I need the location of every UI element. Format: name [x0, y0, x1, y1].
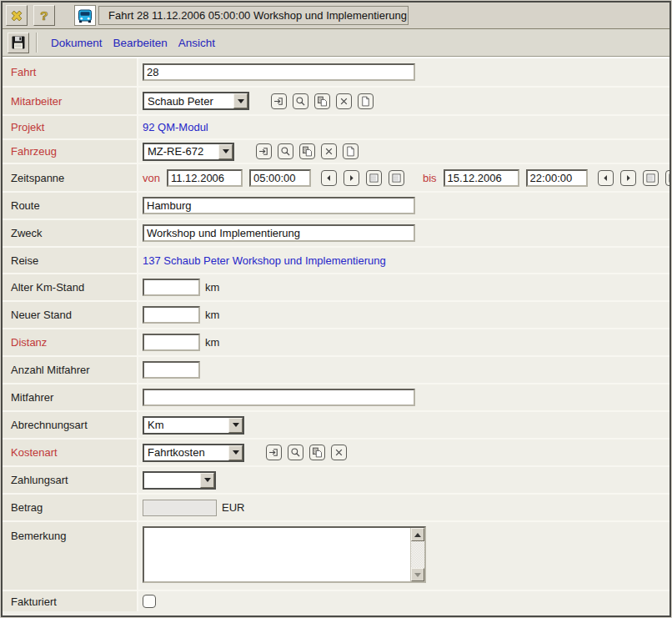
- close-button[interactable]: [6, 5, 28, 26]
- fahrt-input[interactable]: [143, 63, 415, 81]
- von-date-input[interactable]: [167, 169, 243, 187]
- form-row-route: Route: [3, 193, 669, 220]
- distanz-unit: km: [205, 336, 219, 349]
- vehicle-button[interactable]: [74, 5, 96, 26]
- von-calendar-date-button[interactable]: [366, 170, 382, 186]
- menu-bar: Dokument Bearbeiten Ansicht: [3, 29, 669, 57]
- bemerkung-scrollbar[interactable]: [410, 528, 424, 581]
- fahrzeug-search-button[interactable]: [278, 143, 293, 159]
- bemerkung-textarea[interactable]: [144, 528, 410, 581]
- bis-date-input[interactable]: [444, 169, 519, 187]
- bis-label: bis: [423, 172, 437, 184]
- bis-next-button[interactable]: [620, 170, 636, 186]
- scrollbar-track[interactable]: [411, 541, 424, 568]
- von-next-button[interactable]: [344, 170, 359, 186]
- route-input[interactable]: [143, 197, 415, 214]
- form-row-projekt: Projekt 92 QM-Modul: [3, 116, 669, 140]
- kostenart-clear-button[interactable]: [331, 445, 347, 460]
- copy-icon: [316, 95, 328, 108]
- vehicle-icon: [77, 8, 93, 24]
- menu-separator: [36, 33, 38, 53]
- chevron-down-icon[interactable]: [218, 144, 233, 159]
- bis-time-input[interactable]: [526, 169, 588, 187]
- mitarbeiter-copy-button[interactable]: [314, 93, 330, 109]
- chevron-down-icon[interactable]: [200, 473, 214, 488]
- zahlungsart-select[interactable]: [143, 471, 216, 490]
- chevron-down-icon[interactable]: [228, 445, 243, 460]
- fahrzeug-select[interactable]: MZ-RE-672: [143, 143, 234, 161]
- von-calendar-time-button[interactable]: [389, 170, 404, 186]
- projekt-link[interactable]: 92 QM-Modul: [143, 121, 208, 133]
- clear-icon: [338, 95, 350, 108]
- form-row-betrag: Betrag EUR: [3, 495, 669, 522]
- copy-icon: [311, 446, 323, 459]
- reise-link[interactable]: 137 Schaub Peter Workshop und Implementi…: [143, 254, 386, 267]
- zweck-label: Zweck: [3, 220, 138, 246]
- calendar-icon: [390, 172, 403, 184]
- mitarbeiter-label: Mitarbeiter: [3, 88, 138, 114]
- open-icon: [268, 446, 280, 459]
- fahrzeug-clear-button[interactable]: [321, 143, 337, 159]
- help-button[interactable]: ?: [33, 5, 55, 26]
- alter-km-stand-label: Alter Km-Stand: [3, 274, 138, 300]
- kostenart-label: Kostenart: [3, 440, 138, 465]
- chevron-down-icon[interactable]: [233, 93, 248, 108]
- calendar-icon: [667, 172, 671, 184]
- distanz-label: Distanz: [3, 329, 138, 355]
- fahrzeug-actions: [256, 143, 359, 159]
- form-row-zahlungsart: Zahlungsart: [3, 467, 669, 495]
- kostenart-select[interactable]: Fahrtkosten: [143, 444, 244, 462]
- search-icon: [294, 95, 307, 108]
- von-time-input[interactable]: [249, 169, 311, 187]
- title-bar: ? Fahrt 28 11.12.2006 05:00:00 Workshop …: [3, 3, 669, 29]
- alter-km-stand-input[interactable]: [143, 279, 200, 296]
- fahrzeug-copy-button[interactable]: [299, 143, 315, 159]
- abrechnungsart-select[interactable]: Km: [143, 416, 244, 435]
- open-icon: [258, 145, 270, 158]
- form-row-distanz: Distanz km: [3, 329, 669, 357]
- projekt-label: Projekt: [3, 116, 138, 138]
- mitarbeiter-select[interactable]: Schaub Peter: [143, 92, 249, 110]
- fahrt-form: Fahrt Mitarbeiter Schaub Peter: [3, 57, 669, 611]
- window-title: Fahrt 28 11.12.2006 05:00:00 Workshop un…: [98, 6, 409, 25]
- mitarbeiter-search-button[interactable]: [293, 93, 308, 109]
- save-button[interactable]: [8, 33, 29, 53]
- form-row-fahrzeug: Fahrzeug MZ-RE-672: [3, 140, 669, 164]
- form-row-abrechnungsart: Abrechnungsart Km: [3, 412, 669, 440]
- fahrzeug-new-button[interactable]: [343, 143, 359, 159]
- von-prev-button[interactable]: [321, 170, 337, 186]
- mitarbeiter-open-button[interactable]: [271, 93, 287, 109]
- von-label: von: [143, 172, 160, 184]
- bis-calendar-date-button[interactable]: [643, 170, 659, 186]
- menu-item-ansicht[interactable]: Ansicht: [178, 37, 215, 49]
- svg-text:?: ?: [40, 8, 48, 23]
- form-row-fakturiert: Fakturiert: [3, 591, 669, 611]
- kostenart-copy-button[interactable]: [309, 445, 325, 460]
- scroll-down-icon: [414, 573, 421, 580]
- calendar-icon: [368, 172, 380, 184]
- zahlungsart-label: Zahlungsart: [3, 467, 138, 493]
- betrag-label: Betrag: [3, 495, 138, 520]
- mitarbeiter-clear-button[interactable]: [336, 93, 352, 109]
- zweck-input[interactable]: [143, 224, 415, 242]
- fahrzeug-open-button[interactable]: [256, 143, 272, 159]
- anzahl-mitfahrer-input[interactable]: [143, 361, 200, 379]
- scroll-up-button[interactable]: [411, 528, 424, 541]
- mitfahrer-input[interactable]: [143, 389, 415, 406]
- fakturiert-checkbox[interactable]: [143, 595, 156, 608]
- bis-prev-button[interactable]: [598, 170, 614, 186]
- bis-calendar-time-button[interactable]: [665, 170, 671, 186]
- kostenart-open-button[interactable]: [266, 445, 282, 460]
- app-window: ? Fahrt 28 11.12.2006 05:00:00 Workshop …: [1, 1, 671, 617]
- distanz-input[interactable]: [143, 334, 200, 351]
- menu-item-dokument[interactable]: Dokument: [51, 37, 103, 49]
- mitarbeiter-new-button[interactable]: [358, 93, 374, 109]
- neuer-stand-label: Neuer Stand: [3, 302, 138, 328]
- betrag-unit: EUR: [222, 501, 244, 514]
- scroll-down-button[interactable]: [411, 568, 424, 581]
- neuer-stand-input[interactable]: [143, 306, 200, 324]
- menu-item-bearbeiten[interactable]: Bearbeiten: [113, 37, 168, 49]
- chevron-down-icon[interactable]: [228, 418, 243, 433]
- zahlungsart-selected-value: [144, 473, 200, 488]
- kostenart-search-button[interactable]: [288, 445, 303, 460]
